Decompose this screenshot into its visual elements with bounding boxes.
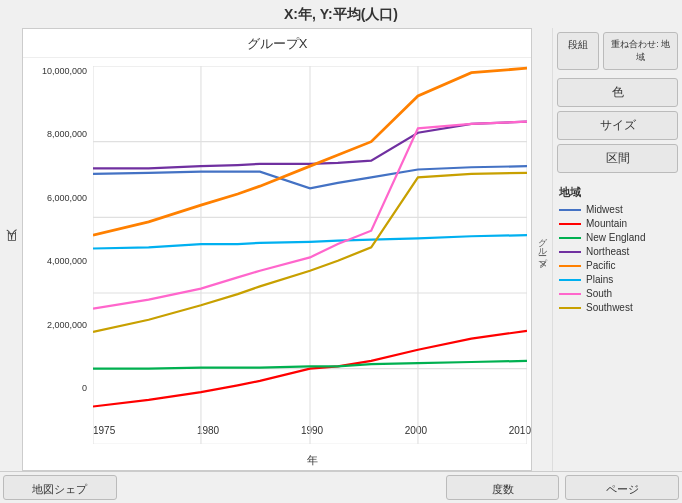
chart-area: グループX 10,000,000 8,000,000 6,000,000 4,0… [22, 28, 532, 471]
y-label-4m: 4,000,000 [47, 256, 87, 266]
degree-btn[interactable]: 度数 [446, 475, 560, 500]
legend-southwest: Southwest [559, 302, 676, 313]
scroll-label: グループX [536, 231, 549, 267]
legend-title: 地域 [559, 185, 676, 200]
right-panel: 段組 重ね合わせ: 地域 色 サイズ 区間 地域 Midwest Mountai… [552, 28, 682, 471]
main-area: 人口 グループX 10,000,000 8,000,000 6,000,000 … [0, 28, 682, 471]
color-btn[interactable]: 色 [557, 78, 678, 107]
app-container: X:年, Y:平均(人口) 人口 グループX 10,000,000 8,000,… [0, 0, 682, 503]
interval-btn[interactable]: 区間 [557, 144, 678, 173]
y-label-10m: 10,000,000 [42, 66, 87, 76]
right-top-section: 段組 重ね合わせ: 地域 色 サイズ 区間 [553, 28, 682, 181]
new-england-line [559, 237, 581, 239]
legend-northeast: Northeast [559, 246, 676, 257]
segment-btn[interactable]: 段組 [557, 32, 599, 70]
mountain-line [559, 223, 581, 225]
new-england-label: New England [586, 232, 645, 243]
midwest-line [559, 209, 581, 211]
bottom-bar: 地図シェプ 度数 ページ [0, 471, 682, 503]
legend-south: South [559, 288, 676, 299]
y-label-6m: 6,000,000 [47, 193, 87, 203]
mountain-label: Mountain [586, 218, 627, 229]
y-label-0: 0 [82, 383, 87, 393]
southwest-line [559, 307, 581, 309]
south-line [559, 293, 581, 295]
y-axis-title: 人口 [0, 28, 22, 471]
size-btn[interactable]: サイズ [557, 111, 678, 140]
legend-pacific: Pacific [559, 260, 676, 271]
northeast-label: Northeast [586, 246, 629, 257]
plains-line [559, 279, 581, 281]
x-axis-title: 年 [23, 453, 531, 470]
northeast-line [559, 251, 581, 253]
legend-plains: Plains [559, 274, 676, 285]
y-label-2m: 2,000,000 [47, 320, 87, 330]
chart-body: 10,000,000 8,000,000 6,000,000 4,000,000… [23, 58, 531, 423]
page-btn[interactable]: ページ [565, 475, 679, 500]
chart-title: X:年, Y:平均(人口) [0, 0, 682, 28]
midwest-label: Midwest [586, 204, 623, 215]
pacific-label: Pacific [586, 260, 615, 271]
south-label: South [586, 288, 612, 299]
legend-mountain: Mountain [559, 218, 676, 229]
plains-label: Plains [586, 274, 613, 285]
map-shape-btn[interactable]: 地図シェプ [3, 475, 117, 500]
legend-midwest: Midwest [559, 204, 676, 215]
legend-section: 地域 Midwest Mountain New England Northeas… [553, 181, 682, 471]
pacific-line [559, 265, 581, 267]
chart-svg [93, 66, 527, 444]
southwest-label: Southwest [586, 302, 633, 313]
legend-new-england: New England [559, 232, 676, 243]
y-label-8m: 8,000,000 [47, 129, 87, 139]
group-header: グループX [23, 29, 531, 58]
y-axis-labels: 10,000,000 8,000,000 6,000,000 4,000,000… [23, 66, 91, 393]
scroll-indicator: グループX [532, 28, 552, 471]
overlay-btn[interactable]: 重ね合わせ: 地域 [603, 32, 678, 70]
